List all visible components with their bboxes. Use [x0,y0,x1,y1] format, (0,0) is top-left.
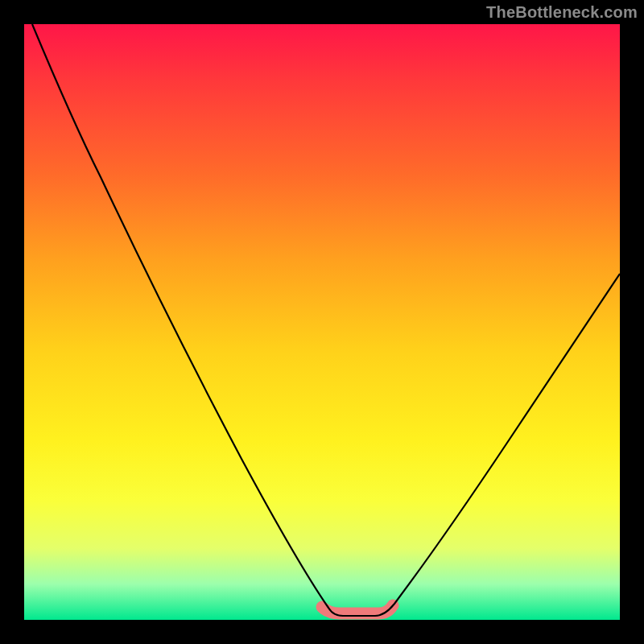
curve-left [32,24,343,616]
chart-overlay [24,24,620,620]
curve-right [375,274,620,616]
plot-area [24,24,620,620]
chart-frame: TheBottleneck.com [0,0,644,644]
watermark-text: TheBottleneck.com [486,3,638,22]
